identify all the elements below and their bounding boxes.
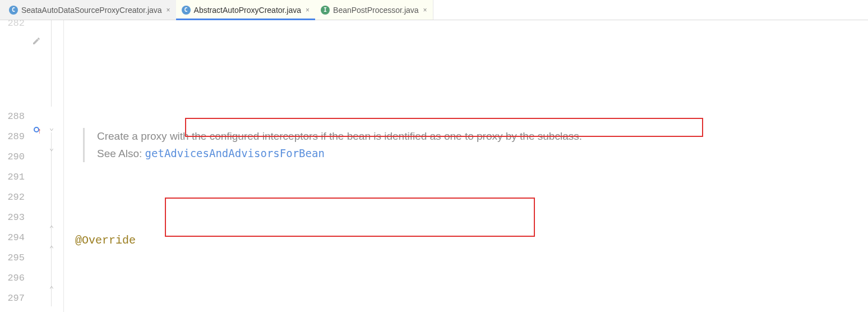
marker-gutter: ↑	[29, 20, 44, 312]
edit-icon	[30, 35, 43, 47]
tab-bean-post-processor[interactable]: I BeanPostProcessor.java ×	[315, 0, 433, 20]
tab-abstract-auto-proxy-creator[interactable]: C AbstractAutoProxyCreator.java ×	[176, 0, 315, 20]
fold-close-icon[interactable]: ⌃	[47, 245, 56, 254]
code-body[interactable]: Create a proxy with the configured inter…	[64, 20, 868, 312]
close-icon[interactable]: ×	[304, 6, 311, 14]
tab-bar: C SeataAutoDataSourceProxyCreator.java ×…	[0, 0, 868, 20]
javadoc-block: Create a proxy with the configured inter…	[83, 128, 599, 162]
class-icon: C	[182, 6, 191, 15]
fold-open-icon[interactable]: ⌄	[47, 123, 56, 132]
tab-bar-space	[433, 0, 868, 20]
tab-label: AbstractAutoProxyCreator.java	[194, 6, 301, 15]
close-icon[interactable]: ×	[422, 6, 428, 14]
line-number-gutter: 282 288 289 290 291 292 293 294 295 296 …	[0, 20, 29, 312]
javadoc-see-label: See Also:	[97, 148, 142, 159]
close-icon[interactable]: ×	[165, 6, 172, 14]
override-icon[interactable]: ↑	[30, 123, 43, 136]
fold-gutter: ⌄ ⌄ ⌃ ⌃ ⌃	[44, 20, 64, 312]
tab-label: SeataAutoDataSourceProxyCreator.java	[21, 6, 162, 15]
fold-close-icon[interactable]: ⌃	[47, 285, 56, 294]
code-editor[interactable]: 282 288 289 290 291 292 293 294 295 296 …	[0, 20, 868, 312]
class-icon: C	[9, 6, 18, 15]
fold-close-icon[interactable]: ⌃	[47, 224, 56, 233]
tab-label: BeanPostProcessor.java	[333, 6, 419, 15]
interface-icon: I	[321, 6, 330, 15]
javadoc-text: Create a proxy with the configured inter…	[97, 130, 582, 142]
javadoc-link[interactable]: getAdvicesAndAdvisorsForBean	[145, 147, 325, 159]
tab-seata[interactable]: C SeataAutoDataSourceProxyCreator.java ×	[3, 0, 176, 20]
fold-open-icon[interactable]: ⌄	[47, 144, 56, 153]
code-line: @Override	[75, 231, 868, 251]
